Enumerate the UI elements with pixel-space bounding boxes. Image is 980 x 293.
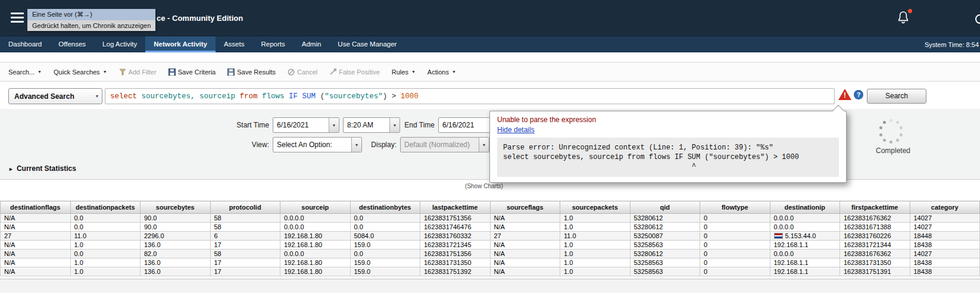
column-header[interactable]: destinationpackets (70, 201, 141, 214)
aql-query-input[interactable]: select sourcebytes, sourceip from flows … (105, 88, 835, 104)
tab-log-activity[interactable]: Log Activity (94, 36, 145, 52)
quick-searches-button[interactable]: Quick Searches ▼ (54, 68, 107, 76)
column-header[interactable]: sourcepackets (560, 201, 631, 214)
hide-details-link[interactable]: Hide details (497, 126, 535, 134)
column-header[interactable]: qid (630, 201, 700, 214)
table-row[interactable]: N/A0.090.0580.0.0.00.01623831746476N/A1.… (1, 223, 980, 232)
table-cell: N/A (1, 214, 71, 223)
table-row[interactable]: N/A0.090.0580.0.0.00.01623831751356N/A1.… (1, 214, 980, 223)
column-header[interactable]: flowtype (700, 201, 770, 214)
tab-use-case-manager[interactable]: Use Case Manager (329, 36, 405, 52)
start-date-select[interactable]: 6/16/2021 ▼ (273, 117, 339, 133)
end-date-value: 6/16/2021 (439, 121, 494, 129)
table-cell: N/A (490, 250, 560, 258)
tab-reports[interactable]: Reports (252, 36, 293, 52)
table-cell: 159.0 (350, 241, 420, 250)
table-cell: 17 (210, 258, 280, 267)
table-cell: N/A (1, 250, 71, 258)
table-row[interactable]: N/A0.082.0580.0.0.00.01623831751356N/A1.… (1, 250, 980, 258)
spinner-dot (896, 121, 899, 124)
table-cell: 18438 (910, 267, 980, 276)
table-cell: 18448 (910, 232, 980, 241)
completed-label: Completed (869, 146, 917, 155)
tab-assets[interactable]: Assets (216, 36, 253, 52)
table-cell: 0.0 (350, 223, 420, 232)
table-cell: 53280612 (630, 214, 700, 223)
dropdown-arrow-icon: ▼ (92, 94, 102, 98)
column-header[interactable]: destinationbytes (350, 201, 420, 214)
rules-button[interactable]: Rules ▼ (392, 68, 416, 76)
table-cell: 0.0 (70, 214, 141, 223)
results-table: destinationflagsdestinationpacketssource… (0, 201, 980, 276)
table-row[interactable]: 2711.02296.06192.168.1.805084.0162383176… (1, 232, 980, 241)
table-row[interactable]: N/A1.0136.017192.168.1.80159.01623831731… (1, 258, 980, 267)
advanced-search-select[interactable]: Advanced Search ▼ (8, 88, 102, 104)
dropdown-arrow-icon: ▼ (38, 70, 42, 74)
spinner-dot (883, 139, 886, 142)
tab-dashboard[interactable]: Dashboard (0, 36, 50, 52)
notifications-bell-icon[interactable] (896, 10, 912, 26)
column-header[interactable]: protocolid (210, 201, 280, 214)
add-filter-button[interactable]: Add Filter (119, 68, 157, 76)
results-table-body: N/A0.090.0580.0.0.00.01623831751356N/A1.… (1, 214, 980, 276)
table-cell: 192.168.1.80 (280, 258, 351, 267)
spinner-dot (879, 126, 882, 129)
table-cell: 192.168.1.1 (770, 241, 840, 250)
view-label: View: (233, 141, 269, 149)
column-header[interactable]: sourceip (280, 201, 351, 214)
tab-offenses[interactable]: Offenses (50, 36, 94, 52)
column-header[interactable]: destinationip (770, 201, 840, 214)
app-title: ce - Community Edition (157, 14, 243, 23)
help-icon[interactable]: ? (854, 90, 863, 99)
column-header[interactable]: lastpackettime (420, 201, 491, 214)
button-label: Save Criteria (178, 68, 216, 76)
button-label: Quick Searches (54, 68, 100, 76)
save-criteria-button[interactable]: Save Criteria (168, 68, 216, 76)
tooltip-line: Eine Seite vor (⌘→) (27, 9, 155, 20)
horizontal-scrollbar[interactable] (0, 279, 980, 293)
tab-admin[interactable]: Admin (294, 36, 330, 52)
table-cell: 0.0 (70, 223, 141, 232)
start-clock-select[interactable]: 8:20 AM ▼ (343, 117, 400, 133)
cancel-button[interactable]: Cancel (288, 68, 317, 76)
table-cell: 159.0 (350, 267, 420, 276)
column-header[interactable]: sourcebytes (141, 201, 211, 214)
table-cell: 1.0 (70, 258, 141, 267)
search-button[interactable]: Search (867, 89, 926, 104)
column-header[interactable]: firstpackettime (840, 201, 910, 214)
view-select[interactable]: Select An Option: ▼ (273, 137, 362, 152)
column-header[interactable]: category (910, 201, 980, 214)
table-cell: 1.0 (560, 241, 631, 250)
parse-warning-icon[interactable]: ! (838, 89, 851, 101)
table-cell: 192.168.1.1 (770, 267, 840, 276)
table-row[interactable]: N/A1.0136.017192.168.1.80159.01623831751… (1, 267, 980, 276)
display-select[interactable]: Default (Normalized) ▼ (400, 137, 489, 152)
save-results-button[interactable]: Save Results (227, 68, 276, 76)
button-label: Rules (392, 68, 408, 76)
table-cell: 14027 (910, 214, 980, 223)
spinner-dot (896, 139, 899, 142)
table-row[interactable]: N/A1.0136.017192.168.1.80159.01623831721… (1, 241, 980, 250)
table-cell: N/A (1, 258, 71, 267)
dropdown-arrow-icon: ▼ (479, 138, 489, 152)
table-cell: 58 (210, 214, 280, 223)
column-header[interactable]: sourceflags (490, 201, 560, 214)
table-cell: 0 (700, 258, 770, 267)
search-menu-button[interactable]: Search... ▼ (8, 68, 42, 76)
aql-token: flows (258, 92, 289, 101)
tab-network-activity[interactable]: Network Activity (145, 36, 216, 52)
false-positive-button[interactable]: False Positive (329, 68, 379, 76)
table-cell: N/A (1, 267, 71, 276)
table-cell: 0 (700, 223, 770, 232)
show-charts-link[interactable]: (Show Charts) (451, 183, 517, 189)
table-cell: 6 (210, 232, 280, 241)
current-statistics-toggle[interactable]: ►Current Statistics (8, 164, 76, 173)
hamburger-menu-icon[interactable] (11, 13, 24, 23)
start-time-label: Start Time (233, 121, 269, 129)
table-cell: 11.0 (560, 232, 631, 241)
actions-button[interactable]: Actions ▼ (427, 68, 456, 76)
column-header[interactable]: destinationflags (1, 201, 71, 214)
table-cell: 0 (700, 250, 770, 258)
qradar-network-activity-screen: ce - Community Edition Eine Seite vor (⌘… (0, 0, 980, 293)
user-icon[interactable] (975, 14, 980, 24)
